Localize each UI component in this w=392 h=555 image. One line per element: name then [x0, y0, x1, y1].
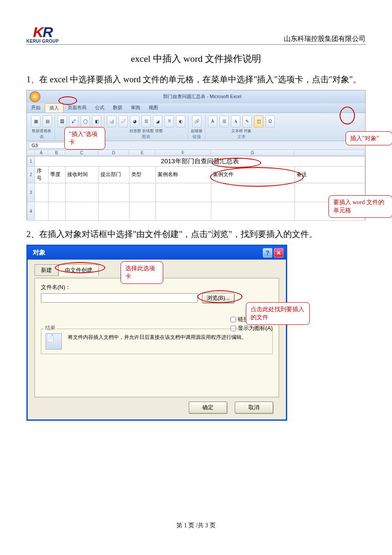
chk-link[interactable]	[231, 317, 236, 322]
group-label-text: 文本	[237, 133, 246, 141]
tab-data[interactable]: 数据	[109, 103, 127, 113]
callout-cell: 要插入 word 文件的单元格	[329, 195, 392, 218]
tab-home[interactable]: 开始	[27, 103, 45, 113]
annotation-oval-tab	[58, 96, 77, 105]
row-head-4[interactable]: 4	[27, 202, 35, 220]
col-C[interactable]: C	[65, 150, 98, 156]
hdr-dept[interactable]: 提出部门	[99, 166, 130, 183]
headerfooter-icon[interactable]: ☰	[219, 116, 229, 127]
object-dialog: 对象 ? ✕ 新建 由文件创建 文件名(N)： 浏览(B)... 链接到文件(L…	[26, 245, 287, 421]
spreadsheet-grid[interactable]: 1 2013年部门自查问题汇总表 2 序号 季度 接收时间 提出部门 类型 案例…	[27, 156, 365, 221]
row-head-2[interactable]: 2	[27, 166, 35, 183]
ok-button[interactable]: 确定	[189, 402, 227, 413]
annotation-oval-cell	[210, 167, 304, 187]
logo: KKRR KERUI GROUP	[26, 26, 59, 43]
file-label: 文件名(N)：	[41, 283, 273, 291]
page-footer: 第 1 页 /共 3 页	[0, 522, 392, 529]
smartart-icon[interactable]: ◧	[92, 116, 101, 127]
other-chart-icon[interactable]: ◐	[176, 116, 185, 127]
company-name: 山东科瑞控股集团有限公司	[284, 35, 366, 43]
annotation-oval-headercell	[212, 158, 261, 168]
ribbon-group-charts: 📊 📈 ◕ ☰ ◢ ⠿ ◐ 柱形图 折线图 饼图 图表	[104, 115, 188, 141]
col-E[interactable]: E	[129, 150, 156, 156]
doc-title: excel 中插入 word 文件操作说明	[26, 52, 366, 65]
shapes-icon[interactable]: ◯	[81, 116, 90, 127]
result-text: 将文件内容插入文档中，并允许日后直接在该文档中调用源应用程序进行编辑。	[68, 333, 268, 341]
row-head-3[interactable]: 3	[27, 183, 35, 202]
hdr-remark[interactable]: 备注	[295, 166, 365, 183]
hdr-quarter[interactable]: 季度	[49, 166, 66, 183]
symbol-icon[interactable]: Ω	[265, 116, 275, 127]
hdr-seq[interactable]: 序号	[35, 166, 49, 183]
tab-insert[interactable]: 插入	[45, 103, 63, 113]
group-label-tables: 表	[40, 133, 44, 141]
sheet-title-cell[interactable]: 2013年部门自查问题汇总表	[35, 156, 365, 166]
line-chart-icon[interactable]: 📈	[118, 116, 128, 127]
group-label-links: 链接	[193, 133, 201, 141]
close-button-icon[interactable]: ✕	[274, 248, 283, 257]
tab-new[interactable]: 新建	[35, 264, 58, 276]
dialog-footer: 确定 取消	[35, 397, 279, 413]
logo-mark: KKRR	[33, 26, 52, 39]
signature-icon[interactable]: ✎	[242, 116, 252, 127]
file-input[interactable]	[41, 293, 198, 303]
ribbon-group-text: A ☰ 𝐀 ✎ ◫ Ω 文本框 对象 文本	[205, 115, 277, 141]
col-B[interactable]: B	[48, 150, 65, 156]
col-F[interactable]: F	[156, 150, 211, 156]
column-headers: A B C D E F G	[27, 150, 365, 156]
col-G[interactable]: G	[211, 150, 294, 156]
callout-select-tab: 选择此选项卡	[121, 261, 163, 284]
tab-formula[interactable]: 公式	[91, 103, 109, 113]
picture-icon[interactable]: 🖼	[58, 116, 67, 127]
object-icon[interactable]: ◫	[254, 116, 263, 127]
cancel-button[interactable]: 取消	[235, 402, 273, 413]
area-chart-icon[interactable]: ◢	[153, 116, 162, 127]
hdr-recv[interactable]: 接收时间	[66, 166, 99, 183]
callout-insert-tab: "插入"选项卡	[64, 127, 105, 150]
col-A[interactable]: A	[35, 150, 48, 156]
annotation-oval-browse	[197, 290, 242, 303]
step1-text: 1、在 excel 中选择要插入 word 文件的单元格，在菜单中选择"插入"选…	[26, 71, 366, 87]
dialog-title: 对象	[33, 249, 46, 257]
bar-chart-icon[interactable]: ☰	[141, 116, 151, 127]
logo-subtext: KERUI GROUP	[26, 39, 59, 43]
name-box[interactable]: G3	[29, 142, 66, 149]
excel-screenshot: 部门自查问题汇总表 - Microsoft Excel 开始 插入 页面布局 公…	[26, 90, 366, 220]
hyperlink-icon[interactable]: 🔗	[192, 116, 202, 127]
row-head-1[interactable]: 1	[27, 156, 35, 166]
page-header: KKRR KERUI GROUP 山东科瑞控股集团有限公司	[26, 26, 366, 45]
ribbon-tabs: 开始 插入 页面布局 公式 数据 审阅 视图	[27, 103, 365, 113]
tab-review[interactable]: 审阅	[127, 103, 144, 113]
annotation-oval-object	[340, 107, 355, 124]
result-box: 📄 将文件内容插入文档中，并允许日后直接在该文档中调用源应用程序进行编辑。	[41, 329, 273, 354]
pivot-table-icon[interactable]: ▦	[31, 116, 40, 127]
excel-window-title: 部门自查问题汇总表 - Microsoft Excel	[42, 93, 363, 100]
clipart-icon[interactable]: 🖍	[69, 116, 78, 127]
table-icon[interactable]: ▤	[43, 116, 52, 127]
hdr-casename[interactable]: 案例名称	[156, 166, 211, 183]
hdr-type[interactable]: 类型	[130, 166, 156, 183]
quick-access-toolbar: 部门自查问题汇总表 - Microsoft Excel	[27, 90, 365, 103]
ribbon-group-links: 🔗 超链接 链接	[188, 115, 205, 141]
callout-object: 插入"对象"	[346, 131, 392, 146]
tab-view[interactable]: 视图	[144, 103, 162, 113]
annotation-oval-filetab	[55, 262, 105, 273]
pivot-label: 数据透视表	[32, 129, 51, 133]
column-chart-icon[interactable]: 📊	[107, 116, 116, 127]
wordart-icon[interactable]: 𝐀	[231, 116, 240, 127]
group-label-charts: 图表	[142, 133, 150, 141]
pie-chart-icon[interactable]: ◕	[130, 116, 139, 127]
scatter-chart-icon[interactable]: ⠿	[164, 116, 174, 127]
sheet-area: A B C D E F G 1 2013年部门自查问题汇总表 2 序号 季度 接…	[27, 150, 365, 221]
help-button-icon[interactable]: ?	[263, 248, 272, 257]
callout-browse: 点击此处找到要插入的文件	[246, 302, 310, 325]
office-button-icon[interactable]	[29, 91, 40, 102]
step2-text: 2、在插入对象对话框中选择"由文件创建"，点击"浏览"，找到要插入的文件。	[26, 226, 366, 242]
result-label: 结果	[43, 324, 57, 332]
dialog-panel: 文件名(N)： 浏览(B)... 链接到文件(L) 显示为图标(A) 结果 📄 …	[35, 278, 279, 397]
ribbon-group-tables: ▦ ▤ 数据透视表 表	[29, 115, 55, 141]
result-icon: 📄	[46, 333, 62, 350]
textbox-icon[interactable]: A	[208, 116, 217, 127]
dialog-titlebar: 对象 ? ✕	[28, 246, 286, 260]
col-D[interactable]: D	[98, 150, 129, 156]
